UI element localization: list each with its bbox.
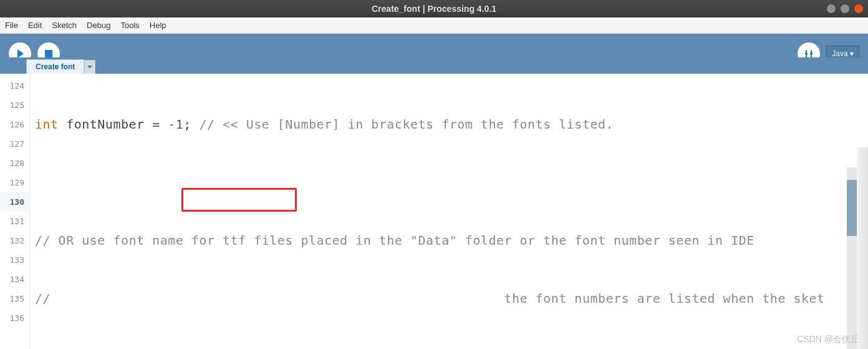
tab-label: Create font bbox=[36, 62, 75, 71]
menubar: File Edit Sketch Debug Tools Help bbox=[0, 17, 868, 34]
line-number: 128 bbox=[0, 154, 29, 173]
line-number: 132 bbox=[0, 231, 29, 250]
editor: 124 125 126 127 128 129 130 131 132 133 … bbox=[0, 74, 868, 349]
line-number: 124 bbox=[0, 76, 29, 96]
line-number: 131 bbox=[0, 212, 29, 231]
titlebar: Create_font | Processing 4.0.1 bbox=[0, 0, 868, 17]
minimize-icon[interactable] bbox=[827, 4, 836, 13]
window-controls bbox=[827, 4, 863, 13]
play-icon bbox=[17, 49, 24, 58]
svg-point-1 bbox=[810, 52, 813, 55]
line-number: 129 bbox=[0, 173, 29, 192]
svg-point-0 bbox=[805, 52, 808, 55]
code-line: // OR use font name for ttf files placed… bbox=[35, 231, 863, 250]
svg-rect-2 bbox=[806, 50, 807, 52]
line-number: 136 bbox=[0, 308, 29, 328]
line-number: 126 bbox=[0, 115, 29, 134]
line-number: 127 bbox=[0, 134, 29, 154]
menu-help[interactable]: Help bbox=[150, 21, 166, 30]
close-icon[interactable] bbox=[854, 4, 863, 13]
line-number: 134 bbox=[0, 270, 29, 289]
maximize-icon[interactable] bbox=[841, 4, 849, 13]
line-gutter: 124 125 126 127 128 129 130 131 132 133 … bbox=[0, 74, 30, 349]
tab-create-font[interactable]: Create font bbox=[26, 59, 84, 74]
line-number: 135 bbox=[0, 289, 29, 308]
code-line: // the font numbers are listed when the … bbox=[35, 289, 863, 308]
menu-file[interactable]: File bbox=[5, 21, 18, 30]
edge-shadow bbox=[857, 147, 868, 349]
window-title: Create_font | Processing 4.0.1 bbox=[372, 4, 496, 14]
code-line bbox=[35, 173, 863, 192]
watermark: CSDN @会伏丘 bbox=[797, 334, 859, 345]
tab-row: Create font bbox=[0, 57, 868, 74]
menu-tools[interactable]: Tools bbox=[120, 21, 139, 30]
tab-dropdown-button[interactable] bbox=[84, 60, 95, 74]
stop-icon bbox=[45, 50, 52, 57]
line-number-active: 130 bbox=[0, 192, 29, 212]
chevron-down-icon bbox=[87, 66, 92, 69]
code-area[interactable]: int fontNumber = -1; // << Use [Number] … bbox=[30, 74, 868, 349]
line-number: 125 bbox=[0, 96, 29, 115]
menu-sketch[interactable]: Sketch bbox=[52, 21, 77, 30]
code-line: int fontNumber = -1; // << Use [Number] … bbox=[35, 115, 863, 134]
vertical-scrollbar-thumb[interactable] bbox=[847, 180, 857, 236]
mode-label: Java ▾ bbox=[832, 49, 854, 58]
menu-edit[interactable]: Edit bbox=[28, 21, 42, 30]
line-number: 133 bbox=[0, 250, 29, 270]
svg-rect-3 bbox=[811, 50, 812, 52]
menu-debug[interactable]: Debug bbox=[87, 21, 110, 30]
